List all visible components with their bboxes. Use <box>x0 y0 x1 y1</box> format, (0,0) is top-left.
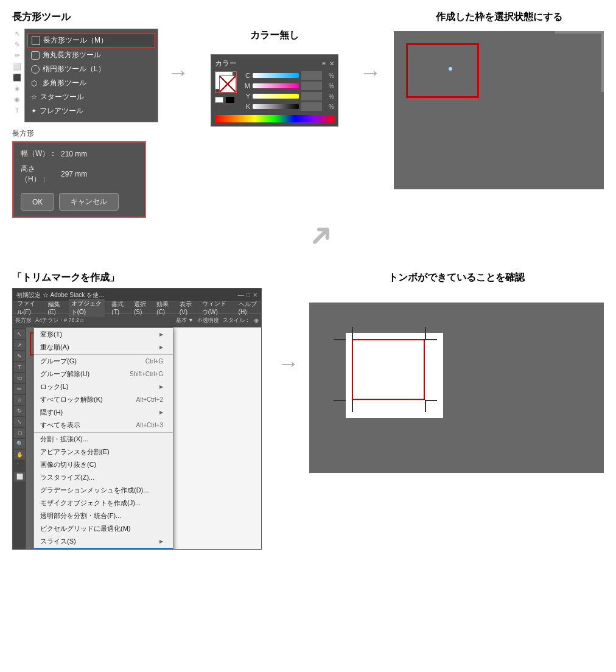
menu-type[interactable]: 書式(T) <box>110 300 127 315</box>
star-label: スターツール <box>40 92 84 102</box>
ai-tool-scale[interactable]: ⤡ <box>14 417 25 427</box>
ai-tool-pencil[interactable]: ✏ <box>14 384 25 394</box>
ai-tool-direct[interactable]: ↗ <box>14 340 25 350</box>
menu-appearance[interactable]: アピアランスを分割(E) <box>34 446 173 458</box>
star-icon: ☆ <box>31 93 37 101</box>
c-input[interactable] <box>301 71 322 80</box>
menu-object[interactable]: オブジェクト(O) <box>69 299 105 317</box>
menu-trim-marks[interactable]: トリムマークを作成(C) <box>34 548 173 550</box>
ai-tool-mask[interactable]: ⬜ <box>14 472 25 481</box>
menu-lock[interactable]: ロック(L) <box>34 380 173 393</box>
ai-close-icon[interactable]: ✕ <box>253 292 257 298</box>
arrow-left-to-center: → <box>167 60 189 85</box>
tool-item-rounded-rect[interactable]: 角丸長方形ツール <box>27 48 155 62</box>
ai-tool-select[interactable]: ↖ <box>14 329 25 339</box>
bottom-left-column: 「トリムマークを作成」 初期設定 ☆ Adobe Stack を使… — □ ✕… <box>12 271 268 550</box>
menu-transform-label: 変形(T) <box>40 330 62 339</box>
tool-item-ellipse[interactable]: 楕円形ツール（L） <box>27 62 155 76</box>
ai-tool-color[interactable]: ⬛ <box>14 461 25 471</box>
ai-tool-shape[interactable]: ▭ <box>14 373 25 383</box>
sidebar-pen-icon[interactable]: ✎ <box>12 40 22 49</box>
ai-tool-hand[interactable]: ✋ <box>14 450 25 460</box>
sidebar-rect-icon[interactable]: ⬛ <box>12 72 22 82</box>
menu-mosaic[interactable]: モザイクオブジェクトを作成(J)... <box>34 497 173 509</box>
menu-slices[interactable]: スライス(S) <box>34 535 173 548</box>
m-input[interactable] <box>301 82 322 90</box>
menu-help[interactable]: ヘルプ(H) <box>237 300 259 315</box>
menu-show-all[interactable]: すべてを表示 Alt+Ctrl+3 <box>34 419 173 432</box>
width-label: 幅（W）： <box>21 149 57 159</box>
menu-transform[interactable]: 変形(T) <box>34 328 173 341</box>
menu-effect[interactable]: 効果(C) <box>155 300 172 315</box>
menu-pixel-label: ピクセルグリッドに最適化(M) <box>40 524 131 533</box>
menu-gradient-mesh[interactable]: グラデーションメッシュを作成(D)... <box>34 484 173 497</box>
spectrum-bar[interactable] <box>215 115 334 122</box>
sidebar-eraser-icon[interactable]: ⬜ <box>12 61 22 71</box>
ai-tool-rotate[interactable]: ↻ <box>14 406 25 416</box>
canvas-column: 作成した枠を選択状態にする <box>388 11 604 189</box>
tool-item-flare[interactable]: ✦ フレアツール <box>27 104 155 118</box>
y-input[interactable] <box>301 92 322 100</box>
sidebar-text-icon[interactable]: T <box>12 105 22 115</box>
ai-menubar: ファイル(F) 編集(E) オブジェクト(O) 書式(T) 選択(S) 効果(C… <box>13 302 261 314</box>
sidebar-pencil-icon[interactable]: ✏ <box>12 51 22 60</box>
ai-minimize-icon[interactable]: — <box>238 292 244 298</box>
menu-hide[interactable]: 隠す(H) <box>34 406 173 419</box>
rounded-rect-icon <box>31 51 40 60</box>
arrow-center-to-right: → <box>360 60 382 85</box>
menu-edit[interactable]: 編集(E) <box>46 300 64 315</box>
color-panel-close-icon[interactable]: ✕ <box>329 60 334 67</box>
no-color-swatch[interactable] <box>215 71 237 93</box>
black-swatch[interactable] <box>226 97 234 103</box>
ai-add-btn[interactable]: ⊕ <box>254 317 259 324</box>
menu-group[interactable]: グループ(G) Ctrl+G <box>34 354 173 368</box>
ai-sidebar: ↖ ↗ ✎ T ▭ ✏ ⊃ ↻ ⤡ ◻ 🔍 ✋ ⬛ ⬜ <box>13 327 26 550</box>
y-slider[interactable] <box>253 94 299 99</box>
ai-tool-zoom[interactable]: 🔍 <box>14 439 25 449</box>
menu-rasterize[interactable]: ラスタライズ(Z)... <box>34 471 173 484</box>
menu-window[interactable]: ウィンドウ(W) <box>200 299 232 317</box>
menu-select[interactable]: 選択(S) <box>132 300 150 315</box>
c-label: C <box>240 72 250 79</box>
menu-flatten[interactable]: 透明部分を分割・統合(F)... <box>34 509 173 522</box>
crop-tr-h <box>425 339 437 340</box>
tool-item-polygon[interactable]: ⬡ 多角形ツール <box>27 76 155 90</box>
c-slider[interactable] <box>253 73 299 78</box>
cancel-button[interactable]: キャンセル <box>59 193 119 211</box>
white-swatch[interactable] <box>215 97 223 103</box>
menu-crop-image[interactable]: 画像の切り抜き(C) <box>34 458 173 471</box>
menu-pixel-grid[interactable]: ピクセルグリッドに最適化(M) <box>34 522 173 535</box>
ai-opacity-label: 不透明度 <box>197 317 219 324</box>
color-panel-header: カラー ≡ ✕ <box>215 58 334 69</box>
sidebar-arrow-icon[interactable]: ↖ <box>12 29 22 38</box>
ok-button[interactable]: OK <box>21 193 54 211</box>
menu-file[interactable]: ファイル(F) <box>15 299 41 317</box>
color-panel-menu-icon[interactable]: ≡ <box>322 60 326 67</box>
menu-unlock-shortcut: Alt+Ctrl+2 <box>136 396 163 403</box>
ai-tool-brush[interactable]: ⊃ <box>14 395 25 405</box>
ai-tool-eraser[interactable]: ◻ <box>14 428 25 438</box>
ai-tool-pen[interactable]: ✎ <box>14 351 25 361</box>
tool-item-star[interactable]: ☆ スターツール <box>27 90 155 104</box>
sidebar-3d-icon[interactable]: ◈ <box>12 83 22 93</box>
crop-tr-v <box>425 327 426 339</box>
bottom-section: 「トリムマークを作成」 初期設定 ☆ Adobe Stack を使… — □ ✕… <box>0 271 616 562</box>
k-slider[interactable] <box>253 104 299 109</box>
ai-maximize-icon[interactable]: □ <box>247 292 250 298</box>
menu-arrange[interactable]: 重な順(A) <box>34 341 173 354</box>
bw-swatches <box>215 97 237 103</box>
bottom-canvas <box>309 303 604 473</box>
menu-expand[interactable]: 分割・拡張(X)... <box>34 432 173 446</box>
k-input[interactable] <box>301 102 322 111</box>
sidebar-eye-icon[interactable]: ◉ <box>12 94 22 104</box>
top-canvas <box>394 31 604 189</box>
tool-item-rect[interactable]: 長方形ツール（M） <box>27 33 155 48</box>
menu-ungroup[interactable]: グループ解除(U) Shift+Ctrl+G <box>34 368 173 380</box>
k-row: K % <box>240 102 334 111</box>
menu-view[interactable]: 表示(V) <box>178 300 195 315</box>
m-slider[interactable] <box>253 83 299 88</box>
ai-tool-text[interactable]: T <box>14 362 25 372</box>
menu-unlock-all[interactable]: すべてロック解除(K) Alt+Ctrl+2 <box>34 393 173 406</box>
flare-label: フレアツール <box>40 106 83 116</box>
button-row: OK キャンセル <box>21 193 138 211</box>
